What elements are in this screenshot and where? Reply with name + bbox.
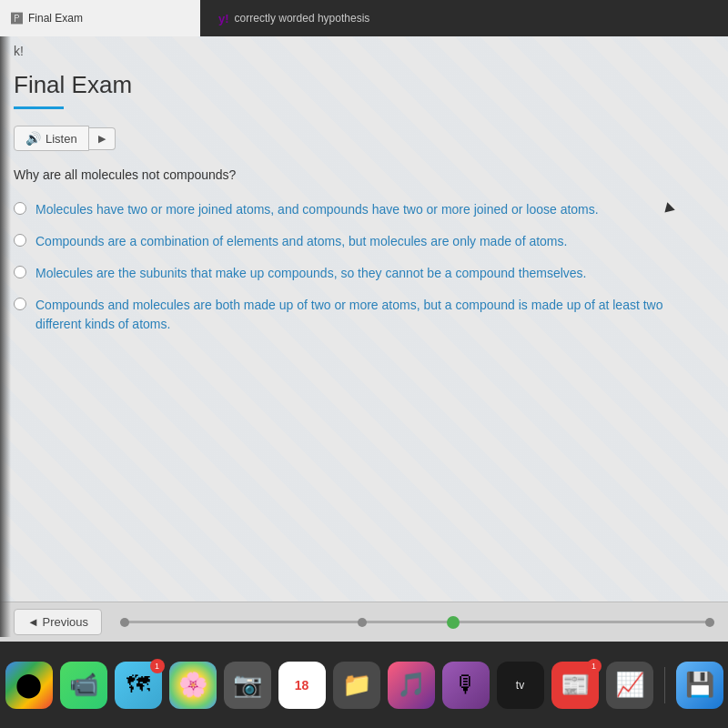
dock-facetime[interactable]: 📹 — [60, 662, 107, 709]
tab-right-label: correctly worded hypothesis — [235, 12, 370, 25]
track-dot-1 — [120, 618, 129, 627]
podcasts-icon: 🎙 — [454, 671, 478, 699]
tab-icon: 🅿 — [11, 12, 23, 25]
camera-icon: 📷 — [233, 671, 262, 699]
appletv-icon: tv — [516, 679, 524, 692]
radio-b[interactable] — [14, 234, 26, 247]
tab-left[interactable]: 🅿 Final Exam — [0, 0, 200, 36]
facetime-icon: 📹 — [69, 671, 98, 699]
listen-label: Listen — [46, 132, 77, 146]
page-title: Final Exam — [14, 71, 710, 99]
listen-bar: 🔊 Listen ▶ — [14, 126, 710, 151]
dock-divider — [664, 667, 665, 703]
stocks-icon: 📈 — [615, 671, 644, 699]
previous-button[interactable]: ◄ Previous — [14, 609, 102, 635]
listen-button[interactable]: 🔊 Listen — [14, 126, 89, 151]
answer-options: Molecules have two or more joined atoms,… — [14, 200, 710, 334]
track-dot-active[interactable] — [447, 616, 460, 629]
dock-podcasts[interactable]: 🎙 — [442, 662, 490, 709]
calendar-date: 18 — [295, 678, 309, 693]
maps-badge: 1 — [150, 659, 165, 673]
previous-label: ◄ Previous — [27, 615, 88, 629]
news-badge: 1 — [587, 659, 602, 673]
tab-right[interactable]: y! correctly worded hypothesis — [200, 0, 728, 36]
dock-area: ⬤ 📹 🗺 1 🌸 📷 18 📁 🎵 🎙 tv 📰 1 📈 💾 — [0, 642, 728, 728]
maps-icon: 🗺 — [126, 671, 150, 699]
dock-appletv[interactable]: tv — [497, 662, 544, 709]
answer-option-d[interactable]: Compounds and molecules are both made up… — [14, 296, 710, 334]
bottom-nav: ◄ Previous — [0, 602, 728, 642]
files-icon: 📁 — [342, 671, 371, 699]
music-icon: 🎵 — [397, 671, 426, 699]
dock-files[interactable]: 📁 — [333, 662, 380, 709]
track-dot-3 — [705, 618, 714, 627]
track-dot-2 — [358, 618, 367, 627]
answer-text-d: Compounds and molecules are both made up… — [35, 296, 710, 334]
dock-calendar[interactable]: 18 — [278, 662, 326, 709]
dock-photos[interactable]: 🌸 — [169, 662, 217, 709]
speaker-icon: 🔊 — [25, 131, 41, 146]
dock-chrome[interactable]: ⬤ — [5, 662, 53, 709]
main-content: k! Final Exam 🔊 Listen ▶ Why are all mol… — [0, 36, 728, 637]
photos-icon: 🌸 — [178, 671, 207, 699]
dock-stocks[interactable]: 📈 — [606, 662, 653, 709]
answer-text-b: Compounds are a combination of elements … — [35, 232, 567, 251]
track-line — [120, 621, 714, 623]
left-edge — [0, 36, 11, 637]
radio-a[interactable] — [14, 202, 26, 215]
answer-option-b[interactable]: Compounds are a combination of elements … — [14, 232, 710, 251]
news-icon: 📰 — [561, 671, 590, 699]
dock-news[interactable]: 📰 1 — [551, 662, 599, 709]
play-button[interactable]: ▶ — [89, 127, 116, 150]
radio-c[interactable] — [14, 266, 26, 278]
answer-option-a[interactable]: Molecules have two or more joined atoms,… — [14, 200, 710, 219]
tab-left-label: Final Exam — [28, 12, 83, 25]
answer-text-a: Molecules have two or more joined atoms,… — [35, 200, 599, 219]
question-text: Why are all molecules not compounds? — [14, 167, 710, 182]
radio-d[interactable] — [14, 298, 26, 310]
page-title-section: Final Exam 🔊 Listen ▶ Why are all molecu… — [14, 71, 710, 334]
chrome-icon: ⬤ — [15, 671, 42, 699]
dock-camera[interactable]: 📷 — [224, 662, 271, 709]
answer-text-c: Molecules are the subunits that make up … — [35, 264, 586, 283]
k-text: k! — [14, 44, 24, 58]
finder-icon: 💾 — [685, 671, 714, 699]
title-underline — [14, 106, 64, 109]
answer-option-c[interactable]: Molecules are the subunits that make up … — [14, 264, 710, 283]
dock-maps[interactable]: 🗺 1 — [115, 662, 162, 709]
yahoo-icon: y! — [218, 12, 229, 25]
progress-track — [120, 621, 714, 623]
browser-bar: 🅿 Final Exam y! correctly worded hypothe… — [0, 0, 728, 36]
dock-finder[interactable]: 💾 — [676, 662, 723, 709]
dock-music[interactable]: 🎵 — [388, 662, 435, 709]
